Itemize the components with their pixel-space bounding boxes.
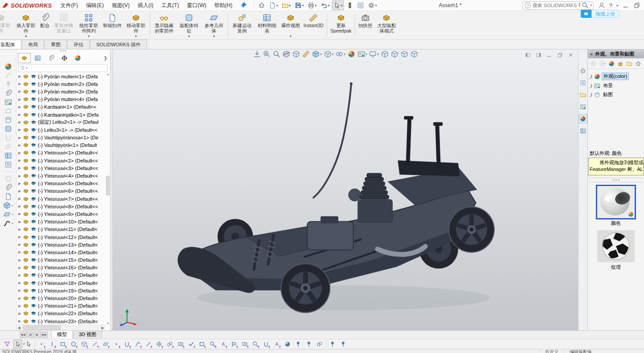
- tree-row[interactable]: ▶ (-) Letku3<1> -> (Default<<: [17, 126, 105, 134]
- model-tab-1[interactable]: 3D 视图: [73, 330, 102, 339]
- zoom-to-fit-button[interactable]: [253, 50, 261, 58]
- cm-button[interactable]: 新建运动算例: [230, 12, 254, 39]
- cm-button[interactable]: 编辑零部件: [0, 12, 13, 39]
- cm-button[interactable]: 大型装配体模式: [374, 12, 399, 39]
- tree-row[interactable]: ▶ (-) Kardaani<1> (Default<<: [17, 103, 105, 111]
- dropdown-caret[interactable]: ▾: [88, 35, 90, 38]
- forward-button[interactable]: ▾: [599, 60, 606, 66]
- search-input[interactable]: ? 搜索 SOLIDWORKS 帮助 ▾: [522, 1, 594, 10]
- cm-button[interactable]: 线性零部件阵列 ▾: [76, 12, 101, 39]
- expand-arrow-icon[interactable]: ▶: [17, 319, 21, 323]
- status-light-button[interactable]: [345, 0, 355, 10]
- tree-row[interactable]: ▶ (-) Yleisruuvi<12> (Default<: [17, 233, 105, 241]
- resources-home-tab[interactable]: [578, 66, 587, 75]
- hide-show-items-button[interactable]: ▾: [324, 50, 334, 58]
- clamp-tool-button[interactable]: [230, 340, 238, 349]
- plane-tool-button[interactable]: [101, 340, 110, 349]
- featuremanager-tree-tab[interactable]: [18, 53, 31, 63]
- pane-right-button[interactable]: [536, 51, 541, 59]
- view-palette-tab[interactable]: [578, 102, 587, 111]
- cm-button[interactable]: 移动零部件 ▾: [123, 12, 148, 39]
- tree-row[interactable]: ▶ (-) Yleisruuvi<23> (Default<: [17, 317, 105, 325]
- cm-button[interactable]: 材料明细表: [254, 12, 279, 39]
- restore-button[interactable]: [633, 2, 640, 9]
- minimize-button[interactable]: [622, 2, 629, 9]
- expand-arrow-icon[interactable]: ▶: [17, 151, 21, 155]
- tab-overflow-arrow[interactable]: ❯: [104, 56, 109, 61]
- property-manager-tab[interactable]: [31, 53, 44, 63]
- hatch-tool-button[interactable]: [240, 340, 249, 349]
- left-tool-button[interactable]: ▾: [3, 219, 13, 227]
- expand-arrow-icon[interactable]: ▶: [17, 212, 21, 216]
- expand-arrow-icon[interactable]: ▶: [17, 227, 21, 231]
- dropdown-caret[interactable]: ▾: [320, 53, 322, 56]
- left-tool-button[interactable]: [4, 152, 12, 159]
- left-tool-button[interactable]: [4, 134, 12, 142]
- expand-arrow-icon[interactable]: ▶: [17, 136, 21, 140]
- dropdown-caret[interactable]: ▾: [188, 35, 190, 38]
- left-tool-button[interactable]: [4, 193, 12, 200]
- dropdown-caret[interactable]: ▾: [365, 53, 367, 56]
- pin-menubar-icon[interactable]: [240, 2, 247, 9]
- dropdown-caret[interactable]: ▾: [135, 35, 137, 38]
- tree-row[interactable]: ▶ (-) Yleisruuvi<13> (Default<: [17, 241, 105, 248]
- ribbon-tab-4[interactable]: SOLIDWORKS 插件: [90, 40, 147, 49]
- tree-row[interactable]: ▶ (-) Pyörän mutteri<2> (Defa: [17, 80, 105, 88]
- pin-tool-button[interactable]: [339, 340, 348, 349]
- left-tool-button[interactable]: [4, 89, 12, 97]
- ribbon-tab-1[interactable]: 布局: [22, 40, 44, 49]
- vline-tool-button[interactable]: [48, 340, 57, 349]
- tree-vertical-scrollbar[interactable]: ▲ ▼: [106, 73, 110, 325]
- expand-arrow-icon[interactable]: ▶: [17, 82, 21, 86]
- ribbon-tab-2[interactable]: 草图: [45, 40, 67, 49]
- design-library-tab[interactable]: [578, 78, 587, 87]
- dropdown-caret[interactable]: ▾: [25, 35, 27, 38]
- dropdown-caret[interactable]: ▾: [344, 53, 345, 56]
- viewport-two-horizontal-button[interactable]: [391, 50, 398, 58]
- pie-tool-button[interactable]: [283, 340, 292, 349]
- menu-item-1[interactable]: 编辑(E): [82, 0, 108, 11]
- expand-arrow-icon[interactable]: ▶: [17, 113, 21, 117]
- expand-arrow-icon[interactable]: ▶: [17, 197, 21, 201]
- cm-button[interactable]: 配合: [38, 12, 51, 39]
- tree-row[interactable]: ▶ (-) Yleisruuvi<10> (Default<: [17, 218, 105, 226]
- view-display-button[interactable]: ▾: [369, 50, 379, 58]
- expand-arrow-icon[interactable]: ▶: [17, 250, 21, 254]
- back-button[interactable]: [590, 60, 596, 66]
- expand-arrow-icon[interactable]: ▶: [17, 158, 21, 162]
- dropdown-caret[interactable]: ▾: [11, 213, 13, 216]
- expand-arrow-icon[interactable]: ▶: [17, 312, 21, 316]
- tree-row[interactable]: ▶ (-) Yleisruuvi<20> (Default<: [17, 294, 105, 302]
- pin-tool-button[interactable]: [294, 340, 303, 349]
- file-properties-button[interactable]: [356, 0, 365, 10]
- pane-left-button[interactable]: [525, 51, 531, 59]
- dropdown-caret[interactable]: ▾: [328, 4, 330, 8]
- tree-filter-input[interactable]: ▾: [18, 64, 107, 72]
- last-tab-button[interactable]: ▶▶: [41, 332, 48, 338]
- first-tab-button[interactable]: ◀◀: [20, 332, 26, 338]
- ubr-tool-button[interactable]: [262, 340, 271, 349]
- menu-item-6[interactable]: 帮助(H): [210, 0, 237, 11]
- tree-row[interactable]: ▶ (-) Yleisruuvi<1> (Default<<: [17, 149, 105, 157]
- expand-arrow-icon[interactable]: ▶: [17, 281, 21, 285]
- folder-button[interactable]: [626, 60, 632, 66]
- scrollbar-thumb[interactable]: [106, 176, 110, 195]
- rc-car-model[interactable]: [113, 49, 578, 330]
- viewport-two-vertical-button[interactable]: [401, 50, 408, 58]
- viewport-single-button[interactable]: [381, 50, 389, 58]
- tree-row[interactable]: ▶ (-) Yleisruuvi<21> (Default<: [17, 302, 105, 310]
- A-tool-button[interactable]: [219, 340, 228, 349]
- select-cursor-button[interactable]: ▾: [332, 0, 344, 10]
- expand-arrow-icon[interactable]: ▶: [17, 258, 21, 262]
- left-tool-button[interactable]: ▾: [3, 202, 13, 209]
- left-tool-button[interactable]: [4, 63, 12, 70]
- expand-arrow-icon[interactable]: ▶: [17, 128, 21, 132]
- cursor-tool-button[interactable]: ▾: [13, 340, 22, 349]
- tree-row[interactable]: ▶ (-) Yleisruuvi<16> (Default<: [17, 264, 105, 272]
- tree-row[interactable]: ▶ (-) Yleisruuvi<19> (Default<: [17, 287, 105, 294]
- dropdown-caret[interactable]: ▾: [11, 222, 13, 225]
- scroll-left-arrow[interactable]: ◀: [16, 326, 21, 330]
- expand-arrow-icon[interactable]: ▶: [17, 97, 21, 101]
- menu-item-5[interactable]: 窗口(W): [183, 0, 210, 11]
- slash-tool-button[interactable]: [90, 340, 99, 349]
